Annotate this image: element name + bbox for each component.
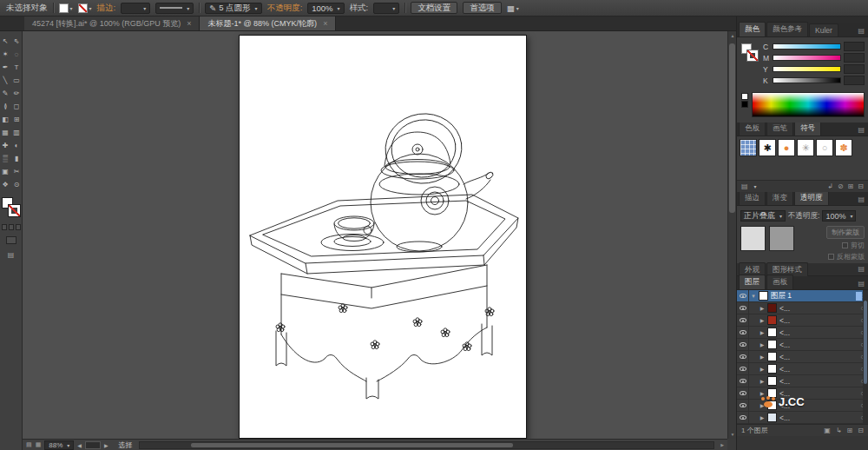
- disclosure-closed-icon[interactable]: ▶: [758, 378, 766, 384]
- visibility-toggle[interactable]: [737, 351, 749, 362]
- blend-mode-dropdown[interactable]: 正片叠底 ▾: [740, 210, 786, 222]
- symbol-orange-dot[interactable]: ●: [778, 139, 795, 156]
- vertical-scroll-thumb[interactable]: [729, 43, 735, 213]
- hand-tool[interactable]: ❖: [0, 178, 11, 191]
- layer-label[interactable]: <...: [779, 353, 857, 361]
- stroke-swatch-icon[interactable]: [9, 205, 20, 216]
- visibility-toggle[interactable]: [737, 327, 749, 338]
- stroke-swatch-icon[interactable]: [747, 50, 758, 61]
- document-setup-button[interactable]: 文档设置: [411, 2, 457, 14]
- opacity-dropdown[interactable]: 100% ▾: [822, 210, 856, 222]
- layer-row-path[interactable]: ▶ <... ○: [737, 375, 868, 387]
- panel-menu-icon[interactable]: ▤: [858, 126, 868, 136]
- zoom-tool[interactable]: ⊙: [11, 178, 23, 191]
- symbol-ring[interactable]: ○: [816, 139, 833, 156]
- symbol-sprayer-tool[interactable]: ▒: [0, 152, 11, 165]
- disclosure-closed-icon[interactable]: ▶: [758, 414, 766, 420]
- symbol-gear[interactable]: ✳: [797, 139, 814, 156]
- yellow-slider[interactable]: [773, 66, 841, 72]
- visibility-toggle[interactable]: [737, 375, 749, 387]
- new-layer-icon[interactable]: ⊞: [847, 427, 853, 434]
- status-doc-icon[interactable]: ▤: [26, 441, 32, 448]
- slice-tool[interactable]: ✂: [11, 165, 23, 178]
- disclosure-closed-icon[interactable]: ▶: [758, 341, 766, 347]
- black-swatch[interactable]: [741, 101, 748, 108]
- tab-color[interactable]: 颜色: [739, 22, 766, 36]
- disclosure-open-icon[interactable]: ▼: [749, 294, 758, 299]
- flower-ornaments[interactable]: [276, 304, 494, 351]
- delete-layer-icon[interactable]: ⊟: [858, 427, 864, 434]
- panel-menu-icon[interactable]: ▤: [858, 265, 868, 275]
- column-graph-tool[interactable]: ▮: [11, 152, 23, 165]
- disclosure-closed-icon[interactable]: ▶: [758, 305, 766, 311]
- direct-selection-tool[interactable]: ⇖: [11, 35, 23, 48]
- disclosure-closed-icon[interactable]: ▶: [758, 317, 766, 323]
- tab-layers[interactable]: 图层: [739, 275, 766, 289]
- magic-wand-tool[interactable]: ✶: [0, 48, 11, 61]
- layer-label[interactable]: <...: [779, 341, 857, 349]
- layer-label[interactable]: <...: [779, 316, 857, 325]
- tab-transparency[interactable]: 透明度: [794, 190, 829, 205]
- panel-menu-icon[interactable]: ▤: [858, 280, 868, 289]
- fill-color-dropdown[interactable]: ▾: [59, 3, 73, 13]
- tab-stroke[interactable]: 描边: [739, 190, 766, 205]
- type-tool[interactable]: T: [11, 61, 23, 74]
- visibility-toggle[interactable]: [737, 387, 749, 399]
- edit-toolbar-icon[interactable]: ▤: [8, 251, 15, 259]
- clip-checkbox[interactable]: [842, 242, 848, 248]
- screen-mode-button[interactable]: [6, 236, 16, 244]
- tab-artboards[interactable]: 画板: [766, 275, 793, 289]
- horizontal-scroll-thumb[interactable]: [191, 443, 513, 447]
- canvas[interactable]: [23, 31, 727, 439]
- layer-row-path[interactable]: ▶ <... ○: [737, 302, 868, 314]
- vertical-scrollbar[interactable]: ▲ ▼: [727, 31, 736, 439]
- visibility-toggle[interactable]: [737, 400, 749, 411]
- tab-swatches[interactable]: 色板: [739, 121, 766, 136]
- disclosure-closed-icon[interactable]: ▶: [758, 329, 766, 335]
- width-tool[interactable]: ≬: [0, 100, 11, 113]
- layer-thumbnail[interactable]: [767, 376, 777, 386]
- layer-label[interactable]: <...: [779, 414, 857, 422]
- layer-label[interactable]: <...: [779, 365, 857, 374]
- shape-builder-tool[interactable]: ◧: [0, 113, 11, 126]
- symbol-grid-paper[interactable]: [740, 139, 757, 156]
- layer-row-path[interactable]: ▶ <... ○: [737, 351, 868, 363]
- make-clipping-mask-icon[interactable]: ▣: [824, 427, 831, 434]
- eyedropper-tool[interactable]: ✚: [0, 139, 11, 152]
- layer-row-path[interactable]: ▶ <... ○: [737, 412, 868, 424]
- magenta-slider[interactable]: [773, 55, 841, 61]
- selection-tool[interactable]: ↖: [0, 35, 11, 48]
- layers-scroll-thumb[interactable]: [864, 301, 867, 383]
- document-tab-2[interactable]: 未标题-1* @ 88% (CMYK/轮廓) ×: [200, 17, 336, 30]
- fill-stroke-swatches[interactable]: [2, 197, 21, 217]
- paintbrush-tool[interactable]: ✎: [0, 87, 11, 100]
- opacity-panel-link[interactable]: 不透明度:: [267, 3, 303, 14]
- mask-thumbnail[interactable]: [769, 226, 794, 251]
- close-icon[interactable]: ×: [187, 19, 191, 28]
- visibility-toggle[interactable]: [737, 314, 749, 326]
- tab-color-guide[interactable]: 颜色参考: [766, 22, 808, 36]
- invert-mask-checkbox-row[interactable]: 反相蒙版: [828, 252, 865, 261]
- close-icon[interactable]: ×: [323, 19, 327, 28]
- layer-thumbnail[interactable]: [767, 352, 777, 361]
- layer-row-path[interactable]: ▶ <... ○: [737, 339, 868, 351]
- tab-symbols[interactable]: 符号: [794, 121, 821, 136]
- disclosure-closed-icon[interactable]: ▶: [758, 354, 766, 360]
- layer-label[interactable]: <...: [779, 304, 857, 313]
- scroll-right-icon[interactable]: ▶: [720, 442, 724, 447]
- white-swatch[interactable]: [741, 93, 748, 100]
- artboard-tool[interactable]: ▣: [0, 165, 11, 178]
- layer-thumbnail[interactable]: [767, 303, 777, 313]
- tab-gradient[interactable]: 渐变: [766, 190, 793, 205]
- draw-behind-button[interactable]: [9, 224, 14, 230]
- new-sublayer-icon[interactable]: ↳: [836, 427, 842, 434]
- previous-artboard-icon[interactable]: ◀: [77, 442, 82, 448]
- layer-label[interactable]: <...: [779, 328, 857, 337]
- free-transform-tool[interactable]: ◻: [11, 100, 23, 113]
- pencil-tool[interactable]: ✏: [11, 87, 23, 100]
- pen-tool[interactable]: ✒: [0, 61, 11, 74]
- layer-thumbnail[interactable]: [767, 315, 777, 325]
- draw-normal-button[interactable]: [2, 224, 7, 230]
- symbol-flower[interactable]: ✽: [835, 139, 852, 156]
- layer-thumbnail[interactable]: [767, 328, 777, 337]
